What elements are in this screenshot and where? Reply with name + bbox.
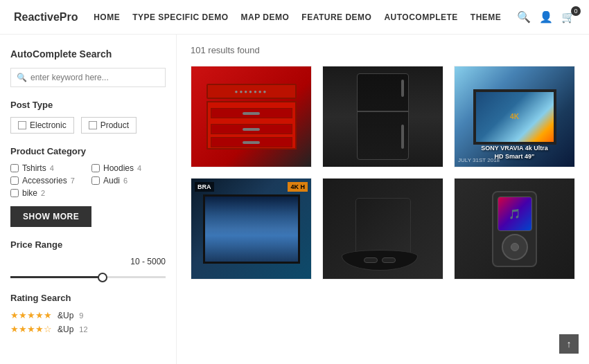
search-box: 🔍 [10, 68, 166, 87]
cart-count: 0 [571, 6, 581, 16]
product-image-fridge [323, 66, 443, 167]
user-icon[interactable]: 👤 [539, 10, 553, 24]
header-icons: 🔍 👤 🛒 0 [517, 10, 575, 24]
cat-audi[interactable]: Audi 6 [91, 176, 166, 185]
price-range-title: Price Range [10, 239, 166, 250]
product-card-fridge[interactable] [322, 66, 443, 167]
nav-type-demo[interactable]: TYPE SPECIFIC DEMO [132, 12, 228, 22]
post-type-product[interactable]: Product [81, 117, 137, 134]
price-range-slider[interactable] [10, 276, 166, 278]
product-image-toolbox: ●●●●●●● [191, 66, 311, 167]
sidebar: AutoComplete Search 🔍 Post Type Electron… [0, 35, 177, 364]
show-more-button[interactable]: SHOW MORE [10, 206, 91, 227]
product-image-xbox [323, 179, 443, 279]
product-card-toolbox[interactable]: ●●●●●●● [191, 66, 312, 167]
cat-hoodies-count: 4 [137, 164, 141, 172]
cat-tshirts[interactable]: Tshirts 4 [10, 163, 85, 173]
search-box-icon: 🔍 [17, 73, 27, 82]
product-card-tv1[interactable]: 4K SONY VRAVIA 4k UltraHD Smart 49" JULY… [454, 66, 575, 167]
stars-4: ★★★★☆ [10, 324, 52, 334]
product-checkbox[interactable] [89, 121, 97, 129]
electronic-checkbox[interactable] [18, 121, 26, 129]
cat-bike-label: bike [22, 188, 37, 198]
cat-audi-cb[interactable] [91, 176, 100, 185]
cat-tshirts-count: 4 [50, 164, 54, 172]
cat-hoodies-cb[interactable] [91, 164, 100, 172]
main-nav: HOME TYPE SPECIFIC DEMO MAP DEMO FEATURE… [94, 12, 501, 22]
product-grid: ●●●●●●● [191, 66, 575, 280]
nav-feature-demo[interactable]: FEATURE DEMO [301, 12, 371, 22]
electronic-label: Electronic [30, 120, 67, 130]
cat-hoodies-label: Hoodies [103, 163, 134, 173]
nav-autocomplete[interactable]: AUTOCOMPLETE [384, 12, 457, 22]
tv2-badge-left: BRA [195, 182, 214, 192]
product-label: Product [100, 120, 129, 130]
tv1-date: JULY 31ST 2018 [458, 157, 571, 163]
cat-tshirts-label: Tshirts [22, 163, 46, 173]
cart-icon-wrapper[interactable]: 🛒 0 [561, 10, 575, 24]
category-title: Product Category [10, 146, 166, 156]
post-type-electronic[interactable]: Electronic [10, 117, 74, 134]
product-card-tv2[interactable]: BRA 4K H [191, 178, 312, 280]
nav-map-demo[interactable]: MAP DEMO [241, 12, 290, 22]
nav-theme[interactable]: THEME [471, 12, 502, 22]
site-logo: ReactivePro [14, 11, 78, 24]
post-type-row: Electronic Product [10, 117, 166, 134]
product-card-xbox[interactable] [322, 178, 443, 280]
rating-label-4: &Up [58, 325, 73, 334]
cat-bike-count: 2 [41, 189, 45, 197]
main-layout: AutoComplete Search 🔍 Post Type Electron… [0, 35, 589, 364]
rating-count-5: 9 [79, 311, 83, 320]
tv2-badge-right: 4K H [288, 182, 308, 192]
header: ReactivePro HOME TYPE SPECIFIC DEMO MAP … [0, 0, 589, 35]
rating-count-4: 12 [79, 325, 87, 334]
cat-audi-label: Audi [103, 176, 120, 185]
product-image-player: 🎵 [455, 179, 574, 279]
scroll-to-top-button[interactable]: ↑ [559, 334, 579, 354]
price-display: 10 - 5000 [10, 257, 166, 266]
cat-accessories[interactable]: Accessories 7 [10, 176, 85, 185]
results-count: 101 results found [191, 45, 575, 55]
search-icon[interactable]: 🔍 [517, 10, 531, 24]
cat-accessories-cb[interactable] [10, 176, 19, 185]
product-image-tv1: 4K SONY VRAVIA 4k UltraHD Smart 49" JULY… [455, 66, 574, 167]
rating-row-5: ★★★★★ &Up 9 [10, 310, 166, 320]
post-type-title: Post Type [10, 100, 166, 110]
rating-title: Rating Search [10, 293, 166, 303]
product-image-tv2: BRA 4K H [191, 179, 311, 279]
rating-row-4: ★★★★☆ &Up 12 [10, 324, 166, 334]
cat-tshirts-cb[interactable] [10, 164, 19, 172]
search-input[interactable] [30, 73, 159, 82]
cat-accessories-count: 7 [71, 176, 75, 185]
cat-hoodies[interactable]: Hoodies 4 [91, 163, 166, 173]
content-area: 101 results found ●●●●●●● [177, 35, 589, 364]
cat-audi-count: 6 [123, 176, 128, 185]
cat-bike[interactable]: bike 2 [10, 188, 85, 198]
price-range-section: Price Range 10 - 5000 [10, 239, 166, 280]
rating-section: Rating Search ★★★★★ &Up 9 ★★★★☆ &Up 12 [10, 293, 166, 334]
rating-label-5: &Up [58, 311, 73, 320]
category-grid: Tshirts 4 Hoodies 4 Accessories 7 Audi 6… [10, 163, 166, 198]
cat-bike-cb[interactable] [10, 189, 19, 197]
cat-accessories-label: Accessories [22, 176, 67, 185]
autocomplete-title: AutoComplete Search [10, 48, 166, 60]
nav-home[interactable]: HOME [94, 12, 120, 22]
product-card-player[interactable]: 🎵 [454, 178, 575, 280]
stars-5: ★★★★★ [10, 310, 52, 320]
